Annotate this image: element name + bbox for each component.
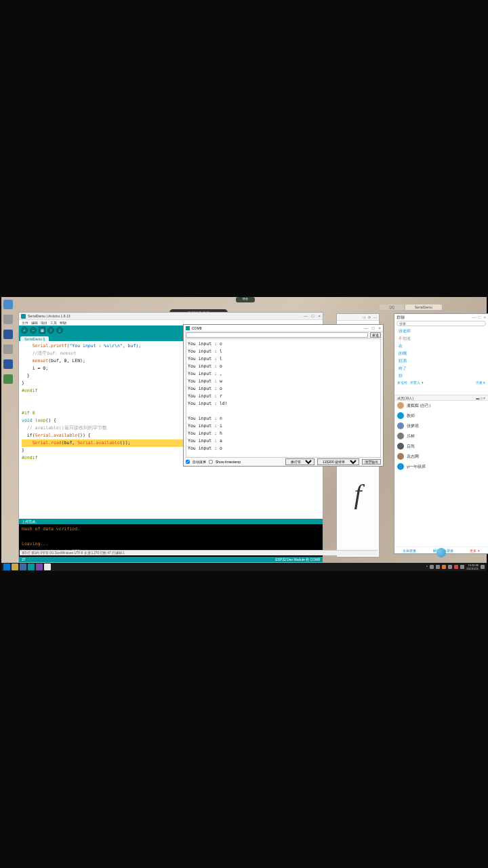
cat-item[interactable]: 张老师 <box>399 329 484 334</box>
serial-input[interactable] <box>186 332 368 338</box>
member-name: 张梦瑶 <box>407 424 419 429</box>
taskbar: ^ 19:26:36 2021/1/21 <box>1 563 487 571</box>
chat-search-wrap <box>394 321 488 328</box>
filter-label: 发送给: <box>397 380 408 384</box>
code-token: i = 0; <box>22 366 48 371</box>
serial-output[interactable]: You input : e You input : l You input : … <box>186 338 381 458</box>
close-icon[interactable]: × <box>483 315 486 319</box>
filter-target[interactable]: 所有人 ▾ <box>410 380 423 384</box>
member-row[interactable]: 教师 <box>397 412 485 419</box>
code-token: () { <box>45 418 56 423</box>
clock[interactable]: 19:26:36 2021/1/21 <box>466 564 479 570</box>
chat-categories: 张老师 不知道 在 的哦 好滴 哈了 好 <box>394 328 488 380</box>
dock-icon-4[interactable] <box>3 344 13 354</box>
tray-icon[interactable] <box>448 565 452 569</box>
tray-icon[interactable] <box>436 565 440 569</box>
timestamp-checkbox[interactable] <box>209 460 213 464</box>
taskbar-app-2[interactable] <box>20 564 26 570</box>
bg-tab-1[interactable]: QQ <box>380 304 404 310</box>
avatar <box>397 443 404 450</box>
taskbar-app-3[interactable] <box>28 564 35 570</box>
dock-icon-5[interactable] <box>3 359 13 369</box>
code-token: memset <box>22 358 48 363</box>
minimize-icon[interactable]: — <box>304 314 308 318</box>
menu-icon[interactable]: ⋯ <box>373 315 377 319</box>
tray-icon[interactable] <box>454 565 458 569</box>
cat-item[interactable]: 好 <box>399 374 484 378</box>
dock-icon-2[interactable] <box>3 315 13 324</box>
code-token: #if 0 <box>22 410 35 416</box>
member-row[interactable]: 乐林 <box>397 433 485 439</box>
cat-item[interactable]: 的哦 <box>399 351 484 356</box>
taskbar-app-4[interactable] <box>36 564 43 570</box>
code-token: } <box>22 448 24 453</box>
dock-icon-1[interactable] <box>3 300 13 309</box>
cat-item[interactable]: 在 <box>399 344 484 349</box>
menu-tools[interactable]: 工具 <box>50 321 57 325</box>
member-row[interactable]: 袁志网 <box>397 453 485 460</box>
cat-item[interactable]: 哈了 <box>399 366 484 371</box>
menu-sketch[interactable]: 项目 <box>41 321 47 325</box>
clear-button[interactable]: 清空输出 <box>362 459 381 465</box>
cat-item[interactable]: 不知道 <box>399 336 484 341</box>
member-row[interactable]: 潘辉辉 (自己) <box>397 402 485 409</box>
code-token: #endif <box>22 455 37 460</box>
reload-icon[interactable]: ⟳ <box>368 315 371 319</box>
menu-file[interactable]: 文件 <box>22 321 28 325</box>
autoscroll-label: 自动滚屏 <box>192 460 206 464</box>
line-ending-select[interactable]: 换行符 <box>285 458 314 465</box>
new-button[interactable]: ▦ <box>39 327 45 334</box>
chat-search-input[interactable] <box>396 321 486 326</box>
maximize-icon[interactable]: □ <box>372 326 375 330</box>
chat-window: 群聊 — □ × 张老师 不知道 在 的哦 好滴 哈了 好 发送给: 所有人 ▾… <box>394 313 488 554</box>
system-tray: ^ 19:26:36 2021/1/21 <box>426 564 485 570</box>
dock-icon-3[interactable] <box>3 330 13 339</box>
verify-button[interactable]: ✓ <box>21 327 28 334</box>
code-token: } <box>22 380 24 386</box>
code-token: void <box>22 418 35 423</box>
close-icon[interactable]: × <box>378 326 381 330</box>
more-button[interactable]: 更多 ▾ <box>470 549 479 553</box>
taskbar-app-1[interactable] <box>12 564 18 570</box>
member-row[interactable]: 吕凯 <box>397 443 485 450</box>
code-token: ("You input : %s\r\n", buf); <box>67 343 142 349</box>
minimize-icon[interactable]: — <box>364 326 368 330</box>
menu-edit[interactable]: 编辑 <box>31 321 38 325</box>
filter-history[interactable]: 历史 ▾ <box>476 380 485 384</box>
close-icon[interactable]: × <box>318 314 321 318</box>
serial-bottom-bar: 自动滚屏 Show timestamp 换行符 115200 波特率 清空输出 <box>184 458 383 466</box>
maximize-icon[interactable]: □ <box>312 314 314 318</box>
chat-members: 潘辉辉 (自己) 教师 张梦瑶 乐林 吕凯 袁志网 yi一年级班 <box>394 401 488 471</box>
member-row[interactable]: yi一年级班 <box>397 463 485 470</box>
cat-item[interactable]: 好滴 <box>399 359 484 363</box>
menu-help[interactable]: 帮助 <box>60 321 66 325</box>
minimize-icon[interactable]: — <box>472 315 476 319</box>
members-controls[interactable]: ▬ □ × <box>476 396 485 400</box>
tray-chevron-icon[interactable]: ^ <box>426 565 428 569</box>
maximize-icon[interactable]: □ <box>479 315 481 319</box>
floating-assistant-icon[interactable] <box>436 548 446 557</box>
send-button[interactable]: 发送 <box>370 332 381 338</box>
code-token: Serial <box>35 433 51 438</box>
notifications-icon[interactable] <box>481 565 485 569</box>
member-row[interactable]: 张梦瑶 <box>397 422 485 429</box>
member-name: 吕凯 <box>407 444 415 449</box>
bg-tab-2[interactable]: SerialDemo <box>405 304 442 310</box>
save-button[interactable]: ↓ <box>56 327 63 334</box>
back-icon[interactable]: ◁ <box>363 315 365 319</box>
code-token: .printf <box>48 343 66 349</box>
mute-all-button[interactable]: 全体禁麦 <box>403 549 416 553</box>
start-button[interactable] <box>3 564 10 570</box>
member-name: 教师 <box>407 414 415 418</box>
sketch-tab[interactable]: SerialDemo § <box>20 336 49 341</box>
open-button[interactable]: ↑ <box>47 327 54 334</box>
tray-icon[interactable] <box>430 565 434 569</box>
baud-select[interactable]: 115200 波特率 <box>317 458 359 465</box>
tray-icon[interactable] <box>460 565 464 569</box>
dock-icon-6[interactable] <box>3 374 13 384</box>
autoscroll-checkbox[interactable] <box>186 460 190 464</box>
member-name: 潘辉辉 (自己) <box>407 403 430 408</box>
upload-button[interactable]: → <box>30 327 37 334</box>
taskbar-app-5[interactable] <box>44 564 51 570</box>
tray-icon[interactable] <box>442 565 446 569</box>
